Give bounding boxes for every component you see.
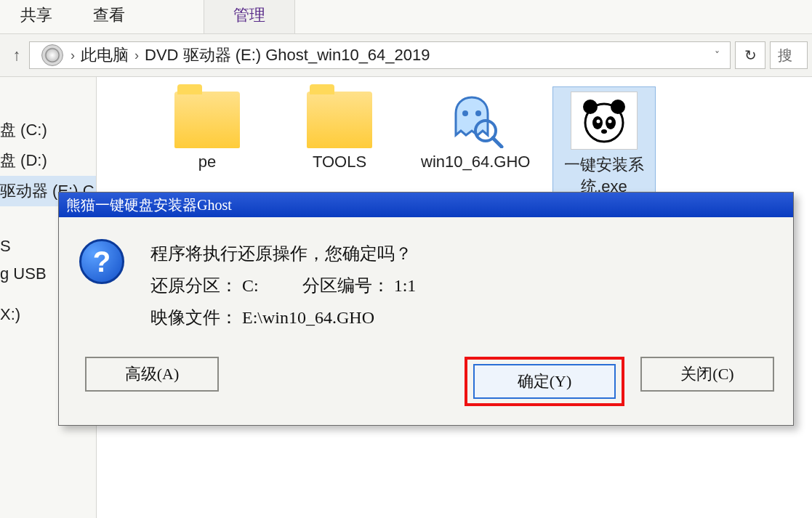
- svg-line-3: [493, 138, 502, 147]
- addressbar[interactable]: › 此电脑 › DVD 驱动器 (E:) Ghost_win10_64_2019…: [29, 41, 731, 69]
- ribbon: 共享 查看 管理: [0, 0, 812, 34]
- sidebar-item[interactable]: 盘 (D:): [0, 145, 96, 176]
- file-name: TOOLS: [289, 153, 390, 171]
- tab-view[interactable]: 查看: [73, 0, 145, 33]
- dialog-button-row: 高级(A) 确定(Y) 关闭(C): [59, 354, 793, 425]
- question-icon: ?: [79, 239, 124, 284]
- svg-point-5: [583, 100, 598, 114]
- search-input[interactable]: 搜: [770, 41, 808, 69]
- svg-point-9: [597, 120, 600, 124]
- refresh-button[interactable]: ↻: [735, 41, 765, 69]
- svg-point-0: [462, 110, 468, 116]
- svg-point-11: [601, 129, 607, 134]
- folder-icon: [307, 92, 372, 148]
- chevron-right-icon: ›: [69, 48, 76, 63]
- svg-point-10: [608, 120, 612, 124]
- breadcrumb-path[interactable]: DVD 驱动器 (E:) Ghost_win10_64_2019: [140, 44, 435, 66]
- file-item-exe-selected[interactable]: 一键安装系统.exe: [553, 87, 655, 198]
- file-name: 一键安装系统.exe: [553, 154, 655, 198]
- file-name: pe: [156, 153, 258, 171]
- file-item-folder[interactable]: TOOLS: [289, 87, 390, 198]
- file-item-folder[interactable]: pe: [156, 87, 258, 198]
- ok-button-highlight: 确定(Y): [465, 357, 624, 406]
- addressbar-row: ↑ › 此电脑 › DVD 驱动器 (E:) Ghost_win10_64_20…: [0, 34, 812, 77]
- ok-button[interactable]: 确定(Y): [473, 364, 616, 399]
- tab-manage[interactable]: 管理: [204, 0, 295, 33]
- tab-share[interactable]: 共享: [0, 0, 73, 33]
- svg-point-6: [611, 100, 625, 114]
- ghost-icon: [439, 92, 505, 148]
- breadcrumb-root[interactable]: 此电脑: [76, 44, 133, 66]
- dialog-message: 程序将执行还原操作，您确定吗？: [150, 238, 416, 270]
- advanced-button[interactable]: 高级(A): [85, 357, 219, 392]
- file-item-gho[interactable]: win10_64.GHO: [421, 87, 523, 198]
- disc-icon: [41, 44, 63, 66]
- addressbar-dropdown-icon[interactable]: ˅: [710, 49, 724, 61]
- folder-icon: [174, 92, 240, 148]
- svg-point-1: [475, 110, 481, 116]
- sidebar-item[interactable]: 盘 (C:): [0, 115, 96, 145]
- chevron-right-icon: ›: [133, 48, 140, 63]
- dialog-titlebar[interactable]: 熊猫一键硬盘安装器Ghost: [59, 193, 793, 217]
- dialog-text: 程序将执行还原操作，您确定吗？ 还原分区： C: 分区编号： 1:1 映像文件：…: [150, 238, 416, 333]
- confirm-dialog: 熊猫一键硬盘安装器Ghost ? 程序将执行还原操作，您确定吗？ 还原分区： C…: [58, 192, 794, 426]
- file-name: win10_64.GHO: [421, 153, 523, 171]
- panda-icon: [571, 92, 638, 150]
- dialog-image-line: 映像文件： E:\win10_64.GHO: [150, 302, 416, 333]
- dialog-partition-line: 还原分区： C: 分区编号： 1:1: [150, 270, 416, 302]
- nav-up-icon[interactable]: ↑: [4, 43, 29, 68]
- close-button[interactable]: 关闭(C): [640, 357, 774, 392]
